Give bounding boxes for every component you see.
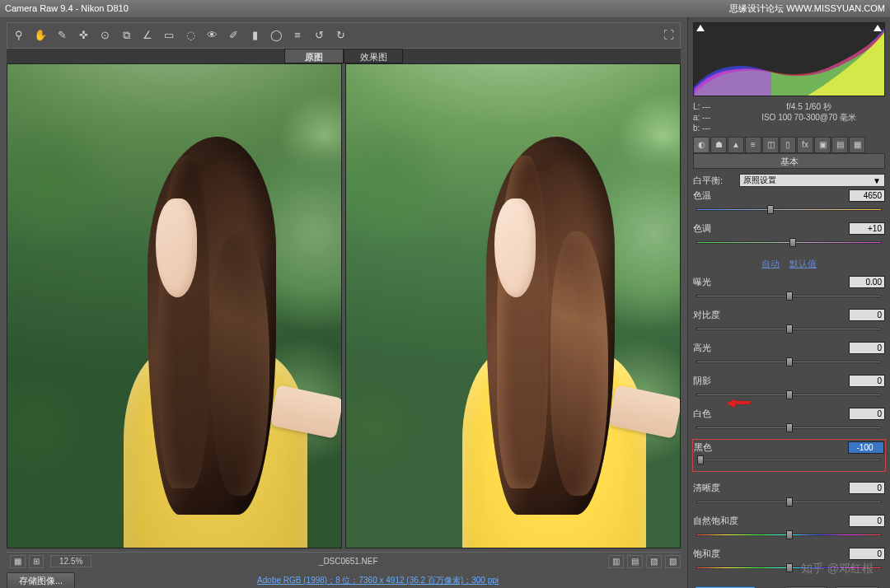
temp-value[interactable]: 4650 bbox=[849, 189, 885, 202]
panel-title: 基本 bbox=[693, 154, 885, 169]
tint-slider[interactable] bbox=[696, 238, 882, 247]
exif-readout: f/4.5 1/60 秒ISO 100 70-300@70 毫米 bbox=[733, 101, 885, 133]
view-header: 原图 效果图 bbox=[7, 49, 681, 63]
contrast-label: 对比度 bbox=[693, 309, 739, 321]
author-watermark: 知乎 @邓红根 bbox=[801, 562, 874, 576]
eyedropper-icon[interactable]: ✎ bbox=[55, 29, 68, 42]
default-link[interactable]: 默认值 bbox=[789, 258, 817, 270]
highlights-value[interactable]: 0 bbox=[849, 342, 885, 354]
blacks-value[interactable]: -100 bbox=[848, 441, 884, 454]
tint-value[interactable]: +10 bbox=[849, 222, 885, 235]
tab-original[interactable]: 原图 bbox=[284, 49, 344, 63]
saturation-label: 饱和度 bbox=[693, 548, 739, 560]
contrast-value[interactable]: 0 bbox=[849, 309, 885, 321]
target-adjust-icon[interactable]: ⊙ bbox=[98, 29, 111, 42]
zoom-tool-icon[interactable]: ⚲ bbox=[12, 29, 26, 42]
toolbar: ⚲ ✋ ✎ ✜ ⊙ ⧉ ∠ ▭ ◌ 👁 ✐ ▮ ◯ ≡ ↺ ↻ ⛶ bbox=[7, 22, 681, 49]
tab-basic-icon[interactable]: ◐ bbox=[693, 137, 710, 153]
grad-filter-icon[interactable]: ▮ bbox=[248, 29, 261, 42]
save-image-button[interactable]: 存储图像... bbox=[7, 572, 75, 589]
whites-label: 白色 bbox=[693, 408, 739, 420]
clarity-slider[interactable] bbox=[696, 497, 882, 506]
vibrance-slider[interactable] bbox=[696, 530, 882, 539]
highlights-slider[interactable] bbox=[696, 357, 882, 366]
radial-filter-icon[interactable]: ◯ bbox=[269, 29, 283, 42]
brush-icon[interactable]: ✐ bbox=[227, 29, 240, 42]
image-original[interactable] bbox=[7, 63, 342, 548]
exposure-label: 曝光 bbox=[693, 276, 739, 288]
blacks-slider[interactable] bbox=[697, 455, 881, 464]
temp-label: 色温 bbox=[693, 189, 739, 202]
compare-icon[interactable]: ⊞ bbox=[29, 555, 44, 568]
shadows-value[interactable]: 0 bbox=[849, 375, 885, 387]
wb-select[interactable]: 原照设置▼ bbox=[739, 174, 885, 187]
contrast-slider[interactable] bbox=[696, 324, 882, 334]
title-bar: Camera Raw 9.4 - Nikon D810 思缘设计论坛 WWW.M… bbox=[0, 0, 890, 17]
highlights-label: 高光 bbox=[693, 342, 739, 354]
prefs-icon[interactable]: ≡ bbox=[291, 29, 304, 42]
crop-tool-icon[interactable]: ⧉ bbox=[119, 29, 133, 42]
spot-removal-icon[interactable]: ◌ bbox=[184, 29, 197, 42]
tab-fx-icon[interactable]: fx bbox=[797, 137, 813, 153]
clarity-label: 清晰度 bbox=[693, 482, 739, 494]
shadows-slider[interactable] bbox=[696, 390, 882, 399]
view-ic4[interactable]: ▧ bbox=[665, 555, 681, 568]
filename: _DSC0651.NEF bbox=[91, 557, 605, 566]
tab-curve-icon[interactable]: ☗ bbox=[710, 137, 727, 153]
tint-label: 色调 bbox=[693, 222, 739, 235]
panel-tabs: ◐ ☗ ▲ ≡ ◫ ▯ fx ▣ ▤ ▦ bbox=[693, 137, 885, 154]
exposure-value[interactable]: 0.00 bbox=[849, 276, 885, 288]
saturation-value[interactable]: 0 bbox=[849, 548, 885, 560]
shadows-label: 阴影 bbox=[693, 375, 739, 387]
tab-detail-icon[interactable]: ▲ bbox=[728, 137, 744, 153]
view-ic3[interactable]: ▨ bbox=[646, 555, 662, 568]
straighten-icon[interactable]: ∠ bbox=[141, 29, 154, 42]
tab-snap-icon[interactable]: ▦ bbox=[849, 137, 865, 153]
color-sampler-icon[interactable]: ✜ bbox=[77, 29, 90, 42]
tab-hsl-icon[interactable]: ≡ bbox=[745, 137, 761, 153]
rotate-ccw-icon[interactable]: ↺ bbox=[312, 29, 326, 42]
redeye-icon[interactable]: 👁 bbox=[205, 29, 218, 42]
tab-presets-icon[interactable]: ▤ bbox=[831, 137, 848, 153]
view-ic2[interactable]: ▤ bbox=[627, 555, 643, 568]
auto-link[interactable]: 自动 bbox=[761, 258, 780, 270]
workflow-link[interactable]: Adobe RGB (1998)；8 位；7360 x 4912 (36.2 百… bbox=[257, 575, 499, 586]
hand-tool-icon[interactable]: ✋ bbox=[34, 29, 47, 42]
app-title: Camera Raw 9.4 - Nikon D810 bbox=[5, 0, 129, 17]
vibrance-value[interactable]: 0 bbox=[849, 515, 885, 527]
tab-effect[interactable]: 效果图 bbox=[344, 49, 403, 63]
rotate-cw-icon[interactable]: ↻ bbox=[334, 29, 347, 42]
whites-value[interactable]: 0 bbox=[849, 408, 885, 420]
exposure-slider[interactable] bbox=[696, 292, 882, 301]
fullscreen-icon[interactable]: ⛶ bbox=[662, 29, 675, 42]
transform-icon[interactable]: ▭ bbox=[162, 29, 176, 42]
grid-icon[interactable]: ▦ bbox=[10, 555, 26, 568]
tab-lens-icon[interactable]: ▯ bbox=[780, 137, 796, 153]
blacks-label: 黑色 bbox=[694, 441, 740, 454]
vibrance-label: 自然饱和度 bbox=[693, 515, 739, 527]
histogram[interactable] bbox=[693, 22, 885, 96]
image-effect[interactable] bbox=[345, 63, 681, 548]
site-watermark: 思缘设计论坛 WWW.MISSYUAN.COM bbox=[729, 0, 885, 17]
view-ic1[interactable]: ▥ bbox=[608, 555, 624, 568]
clarity-value[interactable]: 0 bbox=[849, 482, 885, 494]
wb-label: 白平衡: bbox=[693, 175, 739, 187]
zoom-level[interactable]: 12.5% bbox=[50, 555, 91, 567]
temp-slider[interactable] bbox=[696, 205, 882, 214]
tab-camera-icon[interactable]: ▣ bbox=[814, 137, 831, 153]
tab-split-icon[interactable]: ◫ bbox=[762, 137, 779, 153]
whites-slider[interactable] bbox=[696, 423, 882, 432]
lab-readout: L: ---a: ---b: --- bbox=[693, 101, 733, 133]
